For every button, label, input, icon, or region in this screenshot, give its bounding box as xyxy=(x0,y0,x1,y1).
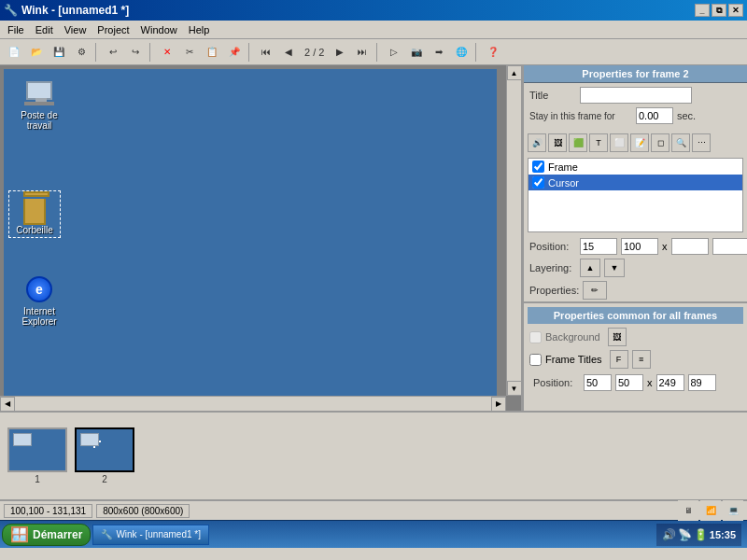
zoom-icon-btn[interactable]: 🔍 xyxy=(671,133,690,152)
button-icon-btn[interactable]: ⬜ xyxy=(610,133,628,152)
sec-label: sec. xyxy=(677,110,696,121)
last-frame-button[interactable]: ⏭ xyxy=(352,42,373,63)
open-button[interactable]: 📂 xyxy=(26,42,47,63)
frame-checkbox[interactable] xyxy=(532,161,544,173)
menu-view[interactable]: View xyxy=(59,22,92,37)
highlight-icon-btn[interactable]: 🟩 xyxy=(569,133,587,152)
frame-titles-checkbox[interactable] xyxy=(529,354,542,366)
start-label: Démarrer xyxy=(33,528,82,541)
stay-label: Stay in this frame for xyxy=(529,111,632,121)
frame-titles-label: Frame Titles xyxy=(545,354,602,365)
desktop-icon-ie[interactable]: e Internet Explorer xyxy=(13,274,65,327)
canvas-area[interactable]: Poste de travail Corbeille e Internet Ex… xyxy=(0,65,523,411)
pos-x-input[interactable] xyxy=(580,238,617,255)
properties-panel-title: Properties for frame 2 xyxy=(524,65,747,83)
export-button[interactable]: ➡ xyxy=(429,42,449,63)
menu-edit[interactable]: Edit xyxy=(30,22,59,37)
system-tray: 🔊 📡 🔋 15:35 xyxy=(656,524,741,546)
play-button[interactable]: ▷ xyxy=(384,42,404,63)
toolbar: 📄 📂 💾 ⚙ ↩ ↪ ✕ ✂ 📋 📌 ⏮ ◀ 2 / 2 ▶ ⏭ ▷ 📷 ➡ … xyxy=(0,39,747,65)
scroll-down-button[interactable]: ▼ xyxy=(507,381,522,396)
background-checkbox[interactable] xyxy=(529,331,542,343)
vertical-scrollbar[interactable]: ▲ ▼ xyxy=(506,65,521,396)
frame-titles-align-btn[interactable]: ≡ xyxy=(632,350,651,369)
properties-edit-button[interactable]: ✏ xyxy=(583,281,607,300)
capture-button[interactable]: 📷 xyxy=(406,42,427,63)
sound-icon-btn[interactable]: 🔊 xyxy=(528,133,546,152)
settings-button[interactable]: ⚙ xyxy=(71,42,92,63)
menu-window[interactable]: Window xyxy=(135,22,183,37)
title-input[interactable] xyxy=(580,87,692,104)
globe-button[interactable]: 🌐 xyxy=(451,42,472,63)
common-pos-x[interactable] xyxy=(584,374,612,391)
properties-row: Properties: ✏ xyxy=(524,279,747,301)
common-pos-h[interactable] xyxy=(688,374,716,391)
title-bar: 🔧 Wink - [unnamed1 *] _ ⧉ ✕ xyxy=(0,0,747,21)
new-button[interactable]: 📄 xyxy=(4,42,24,63)
next-frame-button[interactable]: ▶ xyxy=(330,42,350,63)
shape-icon-btn[interactable]: ◻ xyxy=(651,133,669,152)
menu-help[interactable]: Help xyxy=(183,22,216,37)
status-icon-1: 🖥 xyxy=(678,500,698,521)
restore-button[interactable]: ⧉ xyxy=(712,4,726,17)
desktop-icon-corbeille[interactable]: Corbeille xyxy=(8,190,61,238)
menu-project[interactable]: Project xyxy=(92,22,134,37)
undo-button[interactable]: ↩ xyxy=(103,42,123,63)
common-pos-y[interactable] xyxy=(615,374,643,391)
prev-frame-button[interactable]: ◀ xyxy=(278,42,299,63)
text-icon-btn[interactable]: T xyxy=(589,133,608,152)
layer-up-button[interactable]: ▲ xyxy=(580,259,600,277)
taskbar-app-button[interactable]: 🔧 Wink - [unnamed1 *] xyxy=(92,525,209,545)
desktop-icon-computer[interactable]: Poste de travail xyxy=(13,78,65,131)
taskbar-right: 🔊 📡 🔋 15:35 xyxy=(656,524,745,546)
background-image-btn[interactable]: 🖼 xyxy=(608,328,627,346)
title-row: Title xyxy=(529,87,741,104)
pos-w-input[interactable] xyxy=(671,238,709,255)
start-button[interactable]: 🪟 Démarrer xyxy=(2,524,91,546)
image-icon-btn[interactable]: 🖼 xyxy=(548,133,567,152)
thumbnail-frame-1[interactable] xyxy=(7,427,67,472)
redo-button[interactable]: ↪ xyxy=(125,42,146,63)
paste-button[interactable]: 📌 xyxy=(224,42,245,63)
menu-file[interactable]: File xyxy=(2,22,30,37)
main-area: Poste de travail Corbeille e Internet Ex… xyxy=(0,65,747,411)
frame-list-item-cursor[interactable]: Cursor xyxy=(529,175,742,190)
delete-button[interactable]: ✕ xyxy=(157,42,177,63)
save-button[interactable]: 💾 xyxy=(49,42,69,63)
position-label: Position: xyxy=(529,241,576,252)
computer-icon xyxy=(24,78,54,108)
tray-icon-1: 🔊 xyxy=(662,528,676,541)
cursor-checkbox[interactable] xyxy=(532,176,544,189)
thumbnail-item-1[interactable]: 1 xyxy=(7,427,67,484)
first-frame-button[interactable]: ⏮ xyxy=(256,42,276,63)
scroll-up-button[interactable]: ▲ xyxy=(507,65,522,80)
title-bar-left: 🔧 Wink - [unnamed1 *] xyxy=(4,4,129,17)
layer-down-button[interactable]: ▼ xyxy=(604,259,625,277)
start-icon: 🪟 xyxy=(10,525,29,543)
common-pos-w[interactable] xyxy=(656,374,684,391)
background-row: Background 🖼 xyxy=(528,328,743,346)
desktop-frame: Poste de travail Corbeille e Internet Ex… xyxy=(4,69,497,405)
frame-titles-font-btn[interactable]: F xyxy=(610,350,628,369)
separator-3 xyxy=(248,43,252,62)
close-button[interactable]: ✕ xyxy=(728,4,743,17)
layering-row: Layering: ▲ ▼ xyxy=(524,257,747,279)
help-button[interactable]: ❓ xyxy=(483,42,503,63)
pos-y-input[interactable] xyxy=(621,238,658,255)
horizontal-scrollbar[interactable]: ◀ ▶ xyxy=(0,396,506,411)
cut-button[interactable]: ✂ xyxy=(179,42,200,63)
copy-button[interactable]: 📋 xyxy=(202,42,222,63)
thumbnail-frame-2[interactable] xyxy=(75,427,134,472)
thumbnail-item-2[interactable]: 2 xyxy=(75,427,134,484)
minimize-button[interactable]: _ xyxy=(695,4,710,17)
more-icon-btn[interactable]: ⋯ xyxy=(692,133,711,152)
icon-label-computer: Poste de travail xyxy=(13,110,65,131)
stay-input[interactable] xyxy=(636,107,673,124)
scroll-right-button[interactable]: ▶ xyxy=(491,397,506,412)
frame-list-item-frame[interactable]: Frame xyxy=(529,159,742,175)
input-icon-btn[interactable]: 📝 xyxy=(630,133,649,152)
scroll-left-button[interactable]: ◀ xyxy=(0,397,15,412)
common-panel-title: Properties common for all frames xyxy=(528,307,743,324)
frame-list[interactable]: Frame Cursor xyxy=(528,158,743,232)
pos-h-input[interactable] xyxy=(712,238,748,255)
